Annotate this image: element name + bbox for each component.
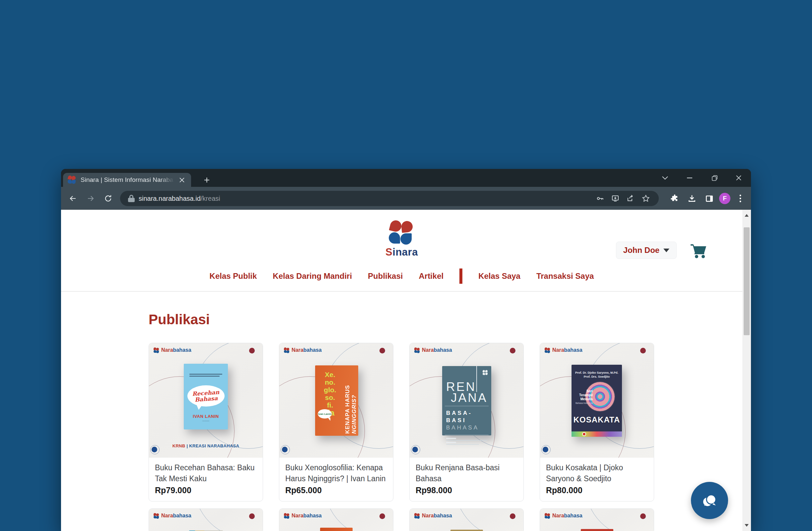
book-cover-renjana: RENJANA BASA-BASIBAHASA — [442, 366, 491, 435]
install-app-icon[interactable] — [608, 191, 623, 206]
lock-icon — [128, 195, 135, 202]
decor-dot — [379, 513, 385, 519]
bookmark-star-icon[interactable] — [638, 191, 653, 206]
close-tab-icon[interactable] — [177, 175, 186, 185]
product-card-partial[interactable]: Narabahasa — [409, 508, 524, 531]
decor-dot — [249, 348, 255, 354]
tab-title: Sinara | Sistem Informasi Naraba — [81, 176, 177, 184]
nav-kelas-saya[interactable]: Kelas Saya — [478, 272, 520, 281]
book-cover-xenoglosofilia: Xe.no.glo. so.fi.lia KENAPA HARUSNGINGGR… — [315, 365, 358, 436]
password-key-icon[interactable] — [592, 191, 608, 206]
decor-dot — [640, 348, 646, 354]
product-card-renjana[interactable]: Narabahasa RENJANA BASA-BASIBAHASA — [409, 343, 524, 501]
tab-search-chevron-icon[interactable] — [655, 171, 675, 185]
decor-dot — [249, 513, 255, 519]
sinara-logo-icon — [388, 220, 415, 246]
product-image-xenoglosofilia: Narabahasa Xe.no.glo. so.fi.lia KENAPA H… — [279, 343, 393, 458]
address-bar[interactable]: sinara.narabahasa.id/kreasi — [120, 191, 659, 206]
product-image-kosakata: Narabahasa Prof. Dr. Djoko Saryono, M.Pd… — [540, 343, 654, 458]
product-title: Buku Recehan Bahasa: Baku Tak Mesti Kaku — [155, 462, 257, 484]
url-text: sinara.narabahasa.id/kreasi — [139, 195, 592, 202]
downloads-icon[interactable] — [685, 191, 699, 206]
browser-tab[interactable]: Sinara | Sistem Informasi Naraba — [63, 173, 191, 187]
narabahasa-logo: Narabahasa — [545, 347, 582, 353]
page-title: Publikasi — [149, 312, 742, 328]
cart-button[interactable] — [688, 243, 709, 259]
product-title: Buku Xenoglosofilia: Kenapa Harus Ngingg… — [285, 462, 387, 484]
book-cover-recehan: Recehan Bahasa IVAN LANIN ——— — [184, 364, 228, 429]
product-image-recehan: Narabahasa Recehan Bahasa IVAN LANIN ———… — [149, 343, 263, 458]
narabahasa-logo: Narabahasa — [414, 347, 452, 353]
minimize-icon[interactable] — [680, 171, 699, 185]
product-price: Rp65.000 — [285, 486, 387, 495]
decor-dot — [543, 447, 548, 453]
extensions-puzzle-icon[interactable] — [667, 191, 682, 206]
new-tab-icon[interactable] — [202, 175, 212, 185]
restore-icon[interactable] — [705, 171, 724, 185]
kreasi-narabahasa-label: KRNB | KREASI NARABAHASA — [149, 443, 263, 448]
site-header: Sinara John Doe Kelas Publik Kelas Darin… — [61, 210, 742, 292]
product-card-partial[interactable]: Narabahasa — [540, 508, 654, 531]
book-cover-kosakata: Prof. Dr. Djoko Saryono, M.Pd.Prof. Drs.… — [571, 365, 622, 437]
product-card-partial[interactable]: Narabahasa — [279, 508, 393, 531]
caret-down-icon — [663, 248, 669, 252]
scroll-up-icon[interactable] — [742, 210, 751, 221]
page-viewport: Sinara John Doe Kelas Publik Kelas Darin… — [61, 210, 751, 531]
product-card-partial[interactable]: Narabahasa — [149, 508, 263, 531]
scroll-down-icon[interactable] — [742, 520, 751, 531]
narabahasa-logo-icon — [284, 347, 290, 353]
share-icon[interactable] — [623, 191, 638, 206]
narabahasa-logo-icon — [545, 347, 551, 353]
product-grid: Narabahasa Recehan Bahasa IVAN LANIN ———… — [149, 343, 742, 531]
sinara-logo[interactable]: Sinara — [386, 220, 418, 258]
product-image-renjana: Narabahasa RENJANA BASA-BASIBAHASA — [410, 343, 523, 458]
narabahasa-logo: Narabahasa — [154, 347, 191, 353]
nav-kelas-publik[interactable]: Kelas Publik — [209, 272, 257, 281]
chat-icon — [700, 491, 719, 510]
nav-kelas-daring-mandiri[interactable]: Kelas Daring Mandiri — [273, 272, 352, 281]
nav-publikasi[interactable]: Publikasi — [368, 272, 403, 281]
tab-strip: Sinara | Sistem Informasi Naraba — [61, 169, 751, 187]
decor-dot — [510, 513, 516, 519]
nav-transaksi-saya[interactable]: Transaksi Saya — [536, 272, 594, 281]
main-nav: Kelas Publik Kelas Daring Mandiri Publik… — [61, 269, 742, 284]
scrollbar-thumb[interactable] — [744, 227, 750, 335]
product-card-xenoglosofilia[interactable]: Narabahasa Xe.no.glo. so.fi.lia KENAPA H… — [279, 343, 393, 501]
forward-icon[interactable] — [83, 190, 99, 206]
user-menu-button[interactable]: John Doe — [616, 242, 677, 259]
browser-window: Sinara | Sistem Informasi Naraba — [61, 169, 751, 531]
product-title: Buku Renjana Basa-basi Bahasa — [416, 462, 518, 484]
narabahasa-logo-icon — [154, 347, 160, 353]
decor-dot — [640, 513, 646, 519]
menu-dots-icon[interactable] — [733, 191, 748, 206]
user-name: John Doe — [623, 246, 659, 255]
product-price: Rp98.000 — [416, 486, 518, 495]
narabahasa-logo-icon — [414, 347, 420, 353]
nav-artikel[interactable]: Artikel — [419, 272, 444, 281]
product-card-recehan[interactable]: Narabahasa Recehan Bahasa IVAN LANIN ———… — [149, 343, 263, 501]
scrollbar[interactable] — [742, 210, 751, 531]
reload-icon[interactable] — [100, 190, 116, 206]
decor-dot — [282, 447, 288, 453]
product-title: Buku Kosakata | Djoko Saryono & Soedjito — [546, 462, 648, 484]
narabahasa-logo: Narabahasa — [284, 347, 322, 353]
sinara-logo-text: Sinara — [386, 246, 418, 258]
browser-toolbar: sinara.narabahasa.id/kreasi — [61, 187, 751, 210]
decor-dot — [412, 447, 418, 453]
close-window-icon[interactable] — [729, 171, 748, 185]
chat-button[interactable] — [691, 482, 728, 519]
decor-dot — [510, 348, 516, 354]
sinara-favicon-icon — [68, 175, 76, 184]
nav-separator — [460, 269, 462, 284]
product-price: Rp79.000 — [155, 486, 257, 495]
product-price: Rp80.000 — [546, 486, 648, 495]
side-panel-icon[interactable] — [702, 191, 716, 206]
decor-dot — [379, 348, 385, 354]
profile-avatar[interactable]: F — [719, 193, 730, 204]
back-icon[interactable] — [65, 190, 81, 206]
product-card-kosakata[interactable]: Narabahasa Prof. Dr. Djoko Saryono, M.Pd… — [540, 343, 654, 501]
